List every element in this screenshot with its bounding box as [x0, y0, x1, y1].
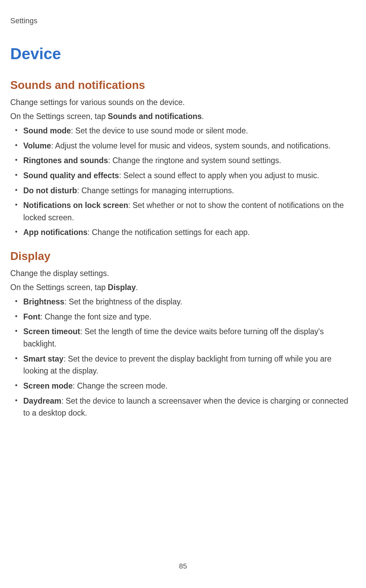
- item-desc: : Change the font size and type.: [40, 312, 152, 321]
- section-intro-2: On the Settings screen, tap Display.: [10, 282, 356, 293]
- item-label: App notifications: [23, 228, 88, 237]
- section-intro-2: On the Settings screen, tap Sounds and n…: [10, 110, 356, 122]
- item-desc: : Select a sound effect to apply when yo…: [119, 171, 319, 180]
- intro2-suffix: .: [202, 112, 204, 121]
- item-desc: : Change the ringtone and system sound s…: [108, 156, 281, 165]
- intro2-prefix: On the Settings screen, tap: [10, 283, 108, 292]
- page-title: Device: [10, 44, 356, 63]
- list-item: Brightness: Set the brightness of the di…: [23, 296, 356, 308]
- intro2-prefix: On the Settings screen, tap: [10, 112, 108, 121]
- section-sounds-notifications: Sounds and notifications Change settings…: [10, 79, 356, 239]
- intro2-bold: Sounds and notifications: [108, 112, 202, 121]
- list-item: Do not disturb: Change settings for mana…: [23, 185, 356, 197]
- item-desc: : Adjust the volume level for music and …: [51, 141, 330, 150]
- list-item: Notifications on lock screen: Set whethe…: [23, 199, 356, 224]
- list-item: Font: Change the font size and type.: [23, 311, 356, 323]
- item-desc: : Set the device to prevent the display …: [23, 354, 331, 376]
- bullet-list-display: Brightness: Set the brightness of the di…: [10, 296, 356, 419]
- item-label: Screen timeout: [23, 327, 80, 336]
- section-heading-display: Display: [10, 250, 356, 263]
- intro2-suffix: .: [136, 283, 138, 292]
- item-label: Brightness: [23, 297, 64, 306]
- item-desc: : Set the device to launch a screensaver…: [23, 396, 348, 418]
- item-label: Sound quality and effects: [23, 171, 119, 180]
- list-item: Sound mode: Set the device to use sound …: [23, 125, 356, 137]
- section-intro-1: Change the display settings.: [10, 267, 356, 279]
- item-label: Ringtones and sounds: [23, 156, 108, 165]
- item-label: Daydream: [23, 396, 61, 405]
- item-label: Notifications on lock screen: [23, 201, 128, 210]
- list-item: Sound quality and effects: Select a soun…: [23, 170, 356, 182]
- item-label: Do not disturb: [23, 186, 77, 195]
- page-number: 85: [179, 562, 187, 570]
- section-heading-sounds: Sounds and notifications: [10, 79, 356, 92]
- list-item: Ringtones and sounds: Change the rington…: [23, 155, 356, 167]
- section-display: Display Change the display settings. On …: [10, 250, 356, 419]
- list-item: App notifications: Change the notificati…: [23, 226, 356, 239]
- bullet-list-sounds: Sound mode: Set the device to use sound …: [10, 125, 356, 239]
- item-desc: : Change the screen mode.: [73, 381, 167, 390]
- item-desc: : Set the device to use sound mode or si…: [71, 126, 248, 135]
- item-label: Smart stay: [23, 354, 64, 363]
- section-intro-1: Change settings for various sounds on th…: [10, 96, 356, 108]
- intro2-bold: Display: [108, 283, 136, 292]
- item-desc: : Change settings for managing interrupt…: [77, 186, 234, 195]
- list-item: Screen mode: Change the screen mode.: [23, 380, 356, 392]
- item-label: Screen mode: [23, 381, 73, 390]
- item-desc: : Set the brightness of the display.: [64, 297, 182, 306]
- item-label: Volume: [23, 141, 51, 150]
- item-label: Font: [23, 312, 40, 321]
- breadcrumb: Settings: [10, 16, 356, 25]
- list-item: Volume: Adjust the volume level for musi…: [23, 140, 356, 152]
- item-desc: : Change the notification settings for e…: [88, 228, 250, 237]
- list-item: Smart stay: Set the device to prevent th…: [23, 353, 356, 377]
- list-item: Screen timeout: Set the length of time t…: [23, 326, 356, 350]
- list-item: Daydream: Set the device to launch a scr…: [23, 395, 356, 419]
- item-label: Sound mode: [23, 126, 71, 135]
